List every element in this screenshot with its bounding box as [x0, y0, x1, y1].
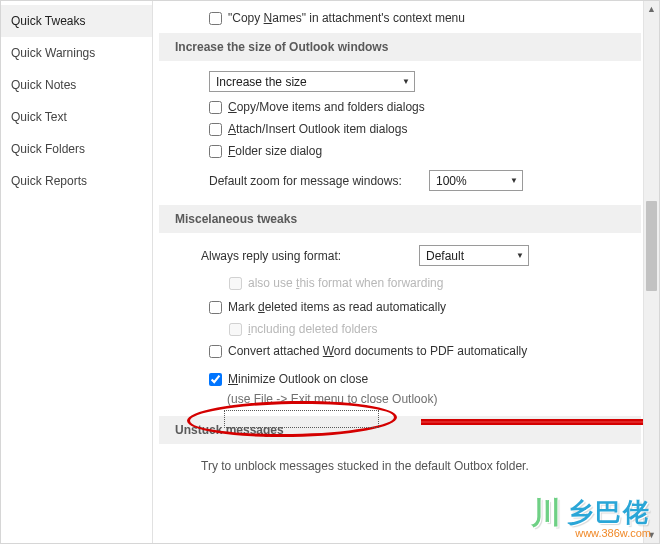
- zoom-row: Default zoom for message windows: 100% ▼: [153, 162, 643, 201]
- folder-size-row: Folder size dialog: [153, 140, 643, 162]
- reply-format-combo[interactable]: Default ▼: [419, 245, 529, 266]
- scrollbar-thumb[interactable]: [646, 201, 657, 291]
- section-unstuck-header: Unstuck messages: [159, 416, 641, 444]
- copy-names-row: "Copy Names" in attachment's context men…: [153, 7, 643, 29]
- app-root: Quick Tweaks Quick Warnings Quick Notes …: [0, 0, 660, 544]
- also-use-checkbox[interactable]: [229, 277, 242, 290]
- mark-deleted-row: Mark deleted items as read automatically: [153, 296, 643, 318]
- convert-pdf-row: Convert attached Word documents to PDF a…: [153, 340, 643, 362]
- convert-pdf-checkbox[interactable]: [209, 345, 222, 358]
- minimize-close-hint: (use File -> Exit menu to close Outlook): [153, 390, 643, 412]
- brand-mark-icon: 川: [531, 504, 563, 522]
- copy-names-checkbox[interactable]: [209, 12, 222, 25]
- brand-watermark: 川 乡巴佬 www.386w.com: [531, 495, 651, 539]
- incl-deleted-label: including deleted folders: [248, 322, 377, 336]
- chevron-down-icon: ▼: [510, 176, 518, 185]
- convert-pdf-label: Convert attached Word documents to PDF a…: [228, 344, 527, 358]
- minimize-close-row: Minimize Outlook on close: [153, 362, 643, 390]
- section-windows-header: Increase the size of Outlook windows: [159, 33, 641, 61]
- sidebar-item-quick-text[interactable]: Quick Text: [1, 101, 152, 133]
- also-use-label: also use this format when forwarding: [248, 276, 443, 290]
- chevron-down-icon: ▼: [516, 251, 524, 260]
- reply-format-label: Always reply using format:: [201, 249, 419, 263]
- attach-insert-row: Attach/Insert Outlook item dialogs: [153, 118, 643, 140]
- sidebar-item-label: Quick Warnings: [11, 46, 95, 60]
- copy-names-label: "Copy Names" in attachment's context men…: [228, 11, 465, 25]
- combo-value: Increase the size: [216, 75, 307, 89]
- sidebar-item-label: Quick Text: [11, 110, 67, 124]
- combo-value: Default: [426, 249, 464, 263]
- zoom-combo[interactable]: 100% ▼: [429, 170, 523, 191]
- scrollbar[interactable]: ▲ ▼: [643, 1, 659, 543]
- increase-size-combo[interactable]: Increase the size ▼: [209, 71, 415, 92]
- minimize-close-checkbox[interactable]: [209, 373, 222, 386]
- sidebar: Quick Tweaks Quick Warnings Quick Notes …: [1, 1, 153, 543]
- brand-name: 川 乡巴佬: [531, 495, 651, 530]
- chevron-down-icon: ▼: [402, 77, 410, 86]
- copy-move-checkbox[interactable]: [209, 101, 222, 114]
- scrollbar-up-icon[interactable]: ▲: [644, 1, 659, 17]
- reply-format-row: Always reply using format: Default ▼: [153, 239, 643, 272]
- increase-size-row: Increase the size ▼: [153, 67, 643, 96]
- sidebar-item-quick-tweaks[interactable]: Quick Tweaks: [1, 5, 152, 37]
- incl-deleted-row: including deleted folders: [153, 318, 643, 340]
- scroll-content: "Copy Names" in attachment's context men…: [153, 1, 643, 543]
- minimize-close-label: Minimize Outlook on close: [228, 372, 368, 386]
- main-panel: "Copy Names" in attachment's context men…: [153, 1, 659, 543]
- also-use-row: also use this format when forwarding: [153, 272, 643, 294]
- incl-deleted-checkbox[interactable]: [229, 323, 242, 336]
- mark-deleted-checkbox[interactable]: [209, 301, 222, 314]
- folder-size-label: Folder size dialog: [228, 144, 322, 158]
- sidebar-item-label: Quick Reports: [11, 174, 87, 188]
- sidebar-item-quick-notes[interactable]: Quick Notes: [1, 69, 152, 101]
- unstuck-text: Try to unblock messages stucked in the d…: [153, 450, 573, 483]
- sidebar-item-quick-warnings[interactable]: Quick Warnings: [1, 37, 152, 69]
- copy-move-label: Copy/Move items and folders dialogs: [228, 100, 425, 114]
- sidebar-item-label: Quick Notes: [11, 78, 76, 92]
- sidebar-item-label: Quick Folders: [11, 142, 85, 156]
- section-misc-header: Miscelaneous tweaks: [159, 205, 641, 233]
- combo-value: 100%: [436, 174, 467, 188]
- sidebar-item-quick-reports[interactable]: Quick Reports: [1, 165, 152, 197]
- attach-insert-label: Attach/Insert Outlook item dialogs: [228, 122, 407, 136]
- zoom-label: Default zoom for message windows:: [209, 174, 429, 188]
- sidebar-item-quick-folders[interactable]: Quick Folders: [1, 133, 152, 165]
- sidebar-item-label: Quick Tweaks: [11, 14, 85, 28]
- mark-deleted-label: Mark deleted items as read automatically: [228, 300, 446, 314]
- attach-insert-checkbox[interactable]: [209, 123, 222, 136]
- copy-move-row: Copy/Move items and folders dialogs: [153, 96, 643, 118]
- folder-size-checkbox[interactable]: [209, 145, 222, 158]
